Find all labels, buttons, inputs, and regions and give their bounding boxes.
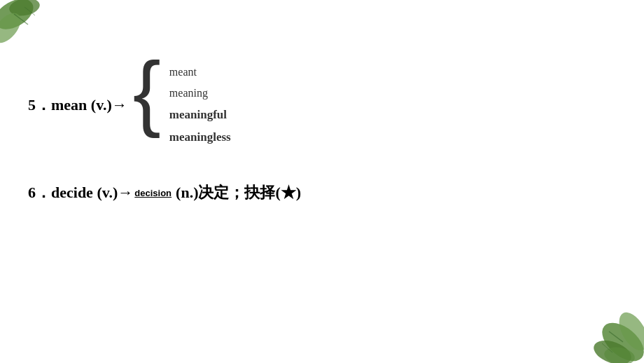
brace-items-list: meant meaning meaningful meaningless (161, 56, 239, 154)
item-6-label: 6．decide (v.)→ (28, 182, 133, 203)
item-6-section: 6．decide (v.)→ decision (n.)决定；抉择(★) (28, 182, 616, 203)
leaf-top-left-decoration (0, 0, 56, 56)
brace-container: { meant meaning meaningful meaningless (133, 56, 239, 154)
leaf-bottom-right-decoration (574, 293, 644, 363)
brace-item-meant: meant (161, 63, 239, 81)
item-5-section: 5．mean (v.)→ { meant meaning meaningful … (28, 56, 616, 154)
item-6-suffix: (n.)决定；抉择(★) (176, 182, 301, 203)
item-5-label: 5．mean (v.)→ (28, 56, 127, 116)
main-content: 5．mean (v.)→ { meant meaning meaningful … (28, 56, 616, 203)
curly-brace: { (133, 49, 161, 154)
brace-item-meaning: meaning (161, 84, 239, 102)
brace-item-meaningless: meaningless (161, 128, 239, 147)
brace-item-meaningful: meaningful (161, 105, 239, 125)
item-6-underline-word: decision (134, 188, 172, 198)
item-6-suffix-text: (n.)决定；抉择(★) (176, 184, 301, 201)
